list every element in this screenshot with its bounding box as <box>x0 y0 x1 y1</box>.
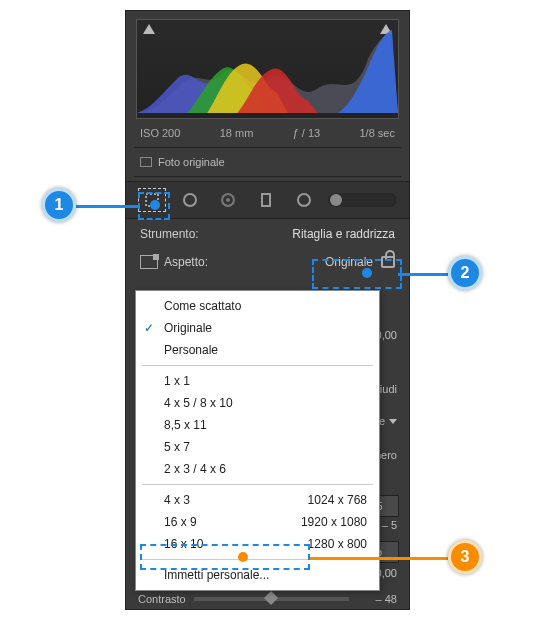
tool-label: Strumento: <box>140 227 199 241</box>
brush-size-slider[interactable] <box>328 193 397 207</box>
slider-knob-icon <box>264 591 278 605</box>
exif-focal: 18 mm <box>220 127 254 139</box>
menu-item[interactable]: Come scattato <box>136 295 379 317</box>
exif-row: ISO 200 18 mm ƒ / 13 1/8 sec <box>126 123 409 143</box>
contrast-label: Contrasto <box>138 593 186 605</box>
divider <box>134 147 401 148</box>
callout-dot <box>238 552 248 562</box>
callout-3: 3 <box>448 540 482 574</box>
contrast-row: Contrasto – 48 <box>126 593 409 605</box>
menu-item[interactable]: 4 x 5 / 8 x 10 <box>136 392 379 414</box>
check-icon: ✓ <box>144 320 154 336</box>
divider <box>134 176 401 177</box>
histogram-graph <box>137 20 398 118</box>
lock-icon[interactable] <box>381 256 395 268</box>
radial-tool-button[interactable] <box>290 188 318 212</box>
tool-name: Ritaglia e raddrizza <box>292 227 395 241</box>
aspect-label: Aspetto: <box>164 255 208 269</box>
chevron-down-icon <box>389 419 397 424</box>
menu-item-checked[interactable]: ✓ Originale <box>136 317 379 339</box>
rectangle-icon <box>140 157 152 167</box>
target-icon <box>221 193 235 207</box>
tool-name-row: Strumento: Ritaglia e raddrizza <box>126 219 409 249</box>
contrast-slider[interactable] <box>194 597 349 601</box>
grad-tool-button[interactable] <box>252 188 280 212</box>
slider-knob-icon <box>330 194 342 206</box>
callout-line <box>310 557 448 560</box>
menu-item[interactable]: 2 x 3 / 4 x 6 <box>136 458 379 480</box>
menu-item[interactable]: 16 x 91920 x 1080 <box>136 511 379 533</box>
callout-1: 1 <box>42 188 76 222</box>
aspect-menu[interactable]: Come scattato ✓ Originale Personale 1 x … <box>135 290 380 591</box>
contrast-value: – 48 <box>357 593 397 605</box>
redeye-tool-button[interactable] <box>214 188 242 212</box>
spot-tool-button[interactable] <box>176 188 204 212</box>
aspect-icon[interactable] <box>140 255 158 269</box>
exif-shutter: 1/8 sec <box>360 127 395 139</box>
menu-item[interactable]: 4 x 31024 x 768 <box>136 489 379 511</box>
menu-item[interactable]: 5 x 7 <box>136 436 379 458</box>
callout-dot <box>150 200 160 210</box>
menu-divider <box>142 484 373 485</box>
circle-icon <box>183 193 197 207</box>
exif-aperture: ƒ / 13 <box>293 127 321 139</box>
tool-strip <box>126 181 409 219</box>
callout-line <box>76 205 138 208</box>
aspect-dropdown[interactable]: Originale <box>325 255 373 269</box>
menu-divider <box>142 365 373 366</box>
rectangle-icon <box>261 193 271 207</box>
circle-icon <box>297 193 311 207</box>
menu-item[interactable]: Personale <box>136 339 379 361</box>
exif-iso: ISO 200 <box>140 127 180 139</box>
callout-dot <box>362 268 372 278</box>
value-readout: – 5 <box>382 519 397 531</box>
menu-item[interactable]: 16 x 101280 x 800 <box>136 533 379 555</box>
histogram[interactable] <box>136 19 399 119</box>
callout-line <box>398 273 448 276</box>
menu-item[interactable]: 1 x 1 <box>136 370 379 392</box>
menu-item[interactable]: 8,5 x 11 <box>136 414 379 436</box>
menu-item-custom[interactable]: Immetti personale... <box>136 564 379 586</box>
original-photo-toggle[interactable]: Foto originale <box>126 152 409 172</box>
original-photo-label: Foto originale <box>158 156 225 168</box>
callout-2: 2 <box>448 256 482 290</box>
